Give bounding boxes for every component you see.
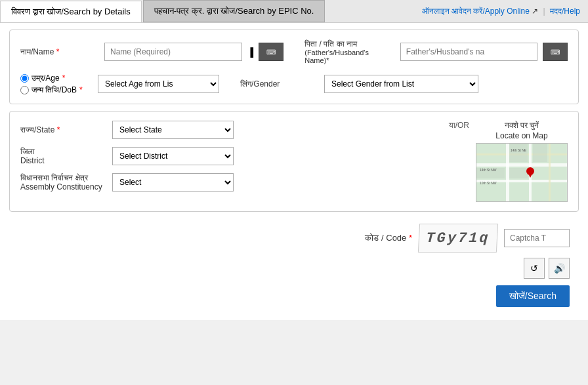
- district-label-english: District: [20, 156, 106, 165]
- captcha-audio-button[interactable]: 🔊: [549, 258, 570, 279]
- search-button[interactable]: खोजें/Search: [496, 285, 570, 307]
- ac-dropdown[interactable]: Select: [112, 173, 234, 192]
- district-dropdown[interactable]: Select District Central North: [112, 147, 234, 165]
- captcha-refresh-button[interactable]: ↺: [524, 258, 545, 279]
- gender-label: लिंग/Gender: [240, 79, 319, 89]
- name-keyboard-button[interactable]: ⌨: [259, 43, 284, 61]
- main-content: नाम/Name * ▐ ⌨ पिता / पति का नाम (Father…: [0, 23, 588, 320]
- dob-radio[interactable]: [20, 86, 29, 94]
- age-field-group: उम्र/Age * जन्म तिथि/DoB * Select Age fr…: [20, 73, 219, 94]
- svg-rect-7: [509, 144, 528, 162]
- location-form: राज्य/State * Select State Delhi Maharas…: [20, 121, 438, 202]
- tab-search-by-epic[interactable]: पहचान-पत्र क्र. द्वारा खोज/Search by EPI…: [143, 0, 326, 22]
- help-link[interactable]: मदद/Help: [550, 7, 580, 16]
- age-radio[interactable]: [20, 74, 29, 83]
- father-field-group: पिता / पति का नाम (Father's/Husband's Na…: [304, 39, 568, 64]
- father-input[interactable]: [400, 43, 537, 61]
- location-section: राज्य/State * Select State Delhi Maharas…: [9, 111, 579, 212]
- svg-rect-4: [506, 144, 509, 202]
- svg-rect-6: [549, 144, 551, 202]
- captcha-image: TGy71q: [418, 224, 498, 253]
- name-required: *: [54, 47, 59, 56]
- personal-details-section: नाम/Name * ▐ ⌨ पिता / पति का नाम (Father…: [9, 30, 579, 104]
- svg-text:10th St NW: 10th St NW: [480, 181, 497, 185]
- state-label: राज्य/State *: [20, 125, 106, 134]
- dob-radio-text: जन्म तिथि/DoB: [32, 85, 77, 94]
- district-row: जिला District Select District Central No…: [20, 147, 438, 165]
- captcha-controls-row: ↺ 🔊: [9, 258, 579, 281]
- state-dropdown[interactable]: Select State Delhi Maharashtra: [112, 121, 234, 139]
- age-dropdown[interactable]: Select Age from Lis 18 19 20: [98, 75, 219, 93]
- name-label-hindi: नाम/Name: [20, 47, 54, 56]
- top-navigation: विवरण द्वारा खोज/Search by Details पहचान…: [0, 0, 588, 23]
- location-outer: राज्य/State * Select State Delhi Maharas…: [20, 121, 568, 202]
- father-label-english: (Father's/Husband's Name)*: [304, 49, 395, 64]
- captcha-input[interactable]: [504, 229, 570, 247]
- ac-label-english: Assembly Constituency: [20, 182, 106, 192]
- gender-field-group: लिंग/Gender Select Gender from List Male…: [240, 75, 478, 93]
- captcha-section: कोड / Code * TGy71q: [9, 218, 579, 258]
- svg-rect-8: [533, 144, 547, 162]
- age-radio-text: उम्र/Age: [32, 73, 60, 83]
- age-dob-radio-group: उम्र/Age * जन्म तिथि/DoB *: [20, 73, 93, 94]
- locate-on-map-container: नक्शे पर चुनें Locate on Map: [476, 121, 568, 202]
- locate-label-english: Locate on Map: [476, 131, 568, 140]
- state-row: राज्य/State * Select State Delhi Maharas…: [20, 121, 438, 139]
- father-label-hindi: पिता / पति का नाम: [304, 39, 395, 49]
- father-keyboard-button[interactable]: ⌨: [543, 43, 568, 61]
- locate-label-hindi: नक्शे पर चुनें: [476, 121, 568, 130]
- state-label-hindi: राज्य/State: [20, 125, 54, 134]
- district-label: जिला District: [20, 147, 106, 165]
- top-right-links: ऑनलाइन आवेदन करें/Apply Online ↗ | मदद/H…: [414, 1, 588, 21]
- name-row: नाम/Name * ▐ ⌨ पिता / पति का नाम (Father…: [20, 39, 568, 64]
- captcha-label: कोड / Code *: [365, 233, 412, 243]
- gender-dropdown[interactable]: Select Gender from List Male Female Othe…: [324, 75, 478, 93]
- map-thumbnail[interactable]: 14th St NE 14th St NW 10th St NW: [476, 143, 568, 202]
- ac-row: विधानसभा निर्वाचन क्षेत्र Assembly Const…: [20, 173, 438, 192]
- svg-text:14th St NE: 14th St NE: [511, 148, 527, 152]
- svg-rect-1: [476, 163, 568, 167]
- district-label-hindi: जिला: [20, 147, 106, 156]
- locate-on-map-group: या/OR नक्शे पर चुनें Locate on Map: [449, 121, 568, 202]
- map-svg: 14th St NE 14th St NW 10th St NW: [476, 144, 568, 202]
- or-label: या/OR: [449, 121, 469, 130]
- ac-label-hindi: विधानसभा निर्वाचन क्षेत्र: [20, 173, 106, 182]
- father-label: पिता / पति का नाम (Father's/Husband's Na…: [304, 39, 395, 64]
- svg-rect-9: [509, 168, 528, 178]
- name-field-group: नाम/Name * ▐ ⌨: [20, 43, 284, 61]
- tab-search-by-details[interactable]: विवरण द्वारा खोज/Search by Details: [0, 1, 142, 22]
- apply-online-link[interactable]: ऑनलाइन आवेदन करें/Apply Online: [422, 7, 530, 16]
- age-radio-label[interactable]: उम्र/Age *: [20, 73, 93, 83]
- name-input[interactable]: [104, 43, 242, 61]
- svg-text:14th St NW: 14th St NW: [480, 168, 497, 172]
- age-gender-row: उम्र/Age * जन्म तिथि/DoB * Select Age fr…: [20, 73, 568, 94]
- dob-radio-label[interactable]: जन्म तिथि/DoB *: [20, 85, 93, 94]
- keyboard-icon: ▐: [247, 47, 253, 57]
- name-label: नाम/Name *: [20, 47, 99, 56]
- bottom-bar: खोजें/Search: [9, 281, 579, 314]
- ac-label: विधानसभा निर्वाचन क्षेत्र Assembly Const…: [20, 173, 106, 192]
